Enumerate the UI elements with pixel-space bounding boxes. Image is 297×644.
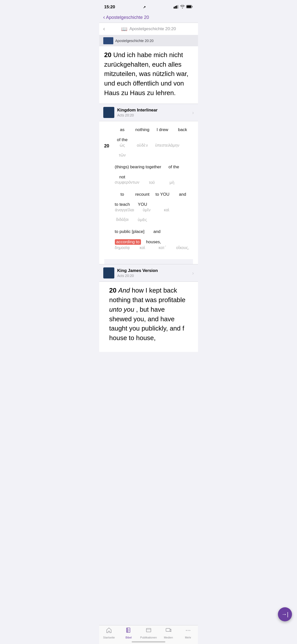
eng-line-3: to recount to YOU and to teach YOU [104,192,193,207]
nav-back-label: Apostelgeschichte 20 [106,15,149,20]
kingdom-interlinear-info: Kingdom Interlinear Acts 20:20 [117,108,192,117]
eng-word-topublic: to public [place] [115,229,144,234]
kjv-subtitle: Acts 20:20 [117,274,192,278]
grk-word-kat: κατ᾽ [155,245,170,250]
kjv-title: King James Version [117,268,192,273]
svg-rect-1 [175,6,176,9]
eng-word-recount: recount [135,192,150,197]
interlinear-block-3: to recount to YOU and to teach YOU ἀναγγ… [104,190,193,227]
grk-word-upesteilamhn: ὑπεστειλάμην [155,143,179,148]
kjv-thumb [103,267,114,278]
kjv-text-content: 20 And how I kept back nothing that was … [104,282,193,347]
nav-back-chevron: ‹ [103,15,105,20]
verse-num-20-vis: 20 [104,143,114,149]
interlinear-row-1: 20 as nothing I drew back of the [104,127,193,143]
eng-word-not: not [115,175,130,180]
eng-line-4: to public [place] and according to house… [104,229,193,245]
kingdom-interlinear-thumb [103,107,114,118]
eng-line-1: as nothing I drew back of the [114,127,193,142]
grk-word-mh: μὴ [164,180,179,185]
kjv-chevron: › [192,270,194,276]
eng-word-back: back [175,127,190,132]
breadcrumb-strip: Apostelgeschichte 20:20 [99,35,198,46]
status-icons [174,5,193,9]
grk-word-anaggeilai: ἀναγγεῖλαι [115,208,134,212]
grk-word-demosia: δημοσίᾳ [115,245,130,250]
grk-line-4: δημοσίᾳ καὶ κατ᾽ οἴκους, [104,245,193,250]
kjv-untoyou-italic: unto you [109,306,134,313]
eng-word-accordingto: according to [115,239,141,245]
kjv-and-italic: And [118,287,130,294]
main-content: 20 Und ich habe mich nicht zurückgehalte… [99,46,198,352]
verse-text-german: 20 Und ich habe mich nicht zurückgehalte… [104,50,193,98]
section-separator [104,259,193,264]
grk-word-ouden: οὐδὲν [135,143,150,148]
kjv-text-3: house to house, [109,334,156,342]
eng-line-2: (things) bearing together of the not [104,165,193,180]
verse-number: 20 [104,51,112,59]
eng-word-toyou: to YOU [155,192,170,197]
breadcrumb-text: Apostelgeschichte 20:20 [115,39,154,43]
kingdom-interlinear-card: Kingdom Interlinear Acts 20:20 › [99,104,198,121]
location-icon: ↗ [143,5,146,9]
svg-rect-2 [176,6,177,9]
nav-back-button[interactable]: ‹ Apostelgeschichte 20 [103,15,194,20]
content-header-back-button[interactable]: ‹ [103,26,105,32]
breadcrumb-thumbnail [103,37,113,44]
grk-word-umin: ὑμῖν [139,208,154,212]
svg-rect-6 [187,6,191,8]
eng-word-ofthe: of the [115,137,130,142]
eng-word-and2: and [150,229,165,234]
eng-word-toteach: to teach [115,202,130,207]
eng-word-ofthe2: of the [166,165,181,170]
eng-word-nothing: nothing [135,127,150,132]
nav-bar: ‹ Apostelgeschichte 20 [99,13,198,23]
interlinear-content: 20 as nothing I drew back of the 20 ὡς [99,121,198,259]
kjv-card: King James Version Acts 20:20 › [99,264,198,282]
kingdom-interlinear-chevron: › [192,110,194,115]
signal-icon [174,5,179,9]
content-header-book-icon: 📖 [121,26,127,32]
kjv-verse-number: 20 [109,287,117,294]
svg-rect-5 [192,6,193,7]
interlinear-row-2-content: ὡς οὐδὲν ὑπεστειλάμην τῶν [114,143,193,160]
grk-word-kai2: καὶ [135,245,150,250]
grk-word-sympheron: συμφερόντων [115,180,139,185]
kingdom-interlinear-title: Kingdom Interlinear [117,108,192,113]
interlinear-block-2: (things) bearing together of the not συμ… [104,163,193,190]
interlinear-block-4: to public [place] and according to house… [104,227,193,255]
kjv-info: King James Version Acts 20:20 [117,268,192,278]
grk-line-2: συμφερόντων τοῦ μὴ [104,180,193,185]
grk-line-3: ἀναγγεῖλαι ὑμῖν καὶ διδάξαι ὑμᾶς [104,208,193,222]
interlinear-row-2: 20 ὡς οὐδὲν ὑπεστειλάμην τῶν [104,143,193,160]
svg-rect-3 [177,5,178,9]
eng-word-drew: I drew [155,127,170,132]
grk-word-oikous: οἴκους, [175,245,190,250]
grk-line-1: ὡς οὐδὲν ὑπεστειλάμην τῶν [114,143,193,157]
battery-icon [186,5,193,9]
interlinear-row-1-content: as nothing I drew back of the [114,127,193,143]
grk-word-didaksai: διδάξαι [115,217,130,222]
kingdom-interlinear-header[interactable]: Kingdom Interlinear Acts 20:20 › [99,104,198,121]
eng-word-as: as [115,127,130,132]
grk-word-umas: ὑμᾶς [135,217,150,222]
content-header-title: Apostelgeschichte 20:20 [129,26,176,31]
eng-word-and: and [175,192,190,197]
eng-word-you2: YOU [135,202,150,207]
status-bar: 15:20 ↗ [99,0,198,13]
eng-word-bearing: (things) bearing together [115,165,161,170]
content-header: ‹ 📖 Apostelgeschichte 20:20 [99,23,198,35]
grk-word-kai: καὶ [159,208,174,212]
kjv-header[interactable]: King James Version Acts 20:20 › [99,264,198,281]
grk-word-ton: τῶν [115,153,130,157]
eng-word-to: to [115,192,130,197]
eng-word-houses: houses, [146,239,161,245]
status-time: 15:20 [104,5,115,10]
verse-body-german: Und ich habe mich nicht zurückgehalten, … [104,51,188,97]
grk-word-hos: ὡς [115,143,130,148]
interlinear-block-1: 20 as nothing I drew back of the 20 ὡς [104,125,193,163]
kingdom-interlinear-subtitle: Acts 20:20 [117,113,192,117]
svg-rect-0 [174,7,175,9]
grk-word-tou: τοῦ [144,180,159,185]
wifi-icon [180,5,185,9]
